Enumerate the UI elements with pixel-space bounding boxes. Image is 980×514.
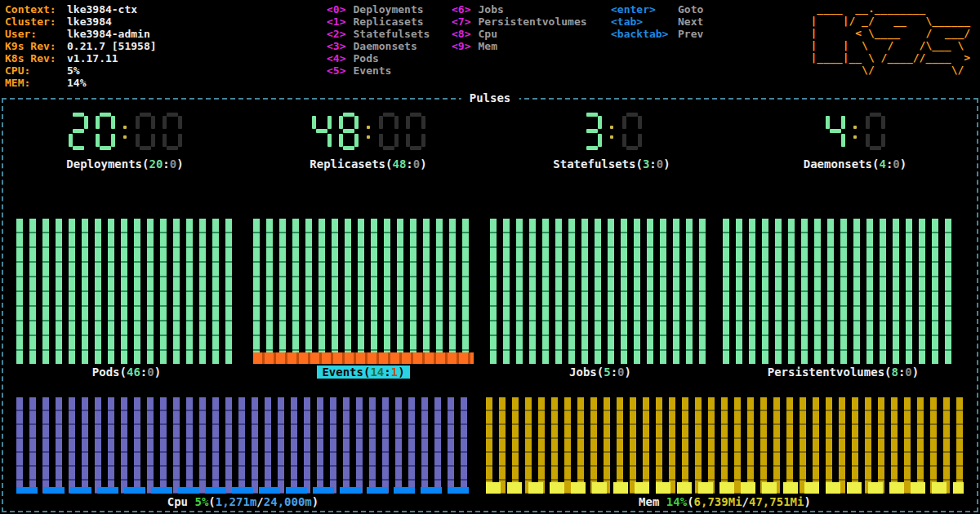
label-part: / xyxy=(256,495,263,508)
hotkey-statefulsets[interactable]: <2>Statefulsets xyxy=(327,28,430,40)
pulse-bar xyxy=(56,219,62,364)
hotkey-deployments[interactable]: <0>Deployments xyxy=(327,3,430,16)
pulse-bar xyxy=(499,397,506,494)
pulse-bar xyxy=(669,397,675,494)
chart-label-persistentvolumes: Persistentvolumes(8:0) xyxy=(723,366,964,379)
chart-mem[interactable]: Mem 14%(6,739Mi/47,751Mi) xyxy=(486,397,964,494)
pulse-bar xyxy=(332,219,338,352)
chart-bars xyxy=(490,219,706,364)
chart-label-mem: Mem 14%(6,739Mi/47,751Mi) xyxy=(486,495,964,508)
pulse-bar xyxy=(173,219,180,364)
pulse-bar xyxy=(199,397,206,494)
info-value: v1.17.11 xyxy=(67,52,118,64)
chart-events[interactable]: Events(14:1) xyxy=(253,219,474,364)
pulse-bar xyxy=(708,397,715,494)
pulse-bar xyxy=(449,219,456,352)
pulse-bar xyxy=(462,219,469,352)
chart-persistentvolumes[interactable]: Persistentvolumes(8:0) xyxy=(723,219,964,364)
hotkey-daemonsets[interactable]: <3>Daemonsets xyxy=(327,40,430,52)
hotkey-replicasets[interactable]: <1>Replicasets xyxy=(327,16,430,28)
pulse-bar xyxy=(695,397,702,494)
cpu-usage-strip xyxy=(16,487,470,494)
hotkey-key: <7> xyxy=(452,16,470,28)
nav-key: <enter> xyxy=(611,3,678,16)
chart-bars xyxy=(486,397,963,494)
pulse-bar xyxy=(461,397,467,494)
label-part: 14% xyxy=(666,495,687,508)
nav-goto[interactable]: <enter>Goto xyxy=(611,3,703,16)
mem-usage-strip xyxy=(486,482,964,494)
hotkey-events[interactable]: <5>Events xyxy=(327,64,430,77)
pulse-bar xyxy=(656,397,662,494)
pulse-bar xyxy=(186,397,193,494)
chart-jobs[interactable]: Jobs(5:0) xyxy=(490,219,710,364)
pulse-bar xyxy=(686,219,693,364)
pulse-bar xyxy=(852,397,858,494)
pulse-bar xyxy=(225,397,232,494)
info-row-user: User:lke3984-admin xyxy=(5,28,157,40)
selected-chart-badge[interactable]: Events(14:1) xyxy=(317,366,409,379)
hotkey-key: <9> xyxy=(452,40,470,52)
pulse-bar xyxy=(292,219,299,352)
pulse-bar xyxy=(29,397,36,494)
pulse-bar xyxy=(238,397,245,494)
nav-prev[interactable]: <backtab>Prev xyxy=(611,28,703,40)
pulse-bar xyxy=(775,219,782,364)
pulse-bar xyxy=(551,397,558,494)
chart-label-cpu: Cpu 5%(1,271m/24,000m) xyxy=(16,495,470,508)
nav-key: <tab> xyxy=(611,16,678,28)
nav-next[interactable]: <tab>Next xyxy=(611,16,703,28)
pulse-bar xyxy=(173,397,180,494)
chart-pods[interactable]: Pods(46:0) xyxy=(16,219,237,364)
pulse-bar xyxy=(212,397,219,494)
pulse-bar xyxy=(318,219,325,352)
info-key: User: xyxy=(5,28,67,40)
pulse-bar xyxy=(839,397,845,494)
hotkey-persistentvolumes[interactable]: <7>Persistentvolumes xyxy=(452,16,587,28)
label-part: 47,751Mi xyxy=(749,495,804,508)
pulse-bar xyxy=(590,397,597,494)
pulse-bar xyxy=(826,397,832,494)
hotkey-jobs[interactable]: <6>Jobs xyxy=(452,3,587,16)
pulse-bar xyxy=(82,219,88,364)
pulse-bar xyxy=(932,219,938,364)
hotkey-mem[interactable]: <9>Mem xyxy=(452,40,587,52)
pulse-bar xyxy=(212,219,219,364)
pulse-bar xyxy=(410,219,416,352)
hotkey-key: <5> xyxy=(327,64,345,77)
header: Context:lke3984-ctxCluster:lke3984User:l… xyxy=(0,0,980,96)
pulse-bar xyxy=(630,397,636,494)
pulse-bar xyxy=(721,397,728,494)
pulse-bar xyxy=(813,397,819,494)
hotkey-key: <6> xyxy=(452,3,470,16)
pulse-bar xyxy=(555,219,562,364)
pulse-bar xyxy=(762,219,768,364)
label-part: 8 xyxy=(891,366,898,379)
label-part: ) xyxy=(912,366,919,379)
info-key: MEM: xyxy=(5,77,67,89)
chart-cpu[interactable]: Cpu 5%(1,271m/24,000m) xyxy=(16,397,470,494)
pulse-bar xyxy=(643,397,649,494)
pulse-bar xyxy=(356,397,363,494)
label-part: Events( xyxy=(322,366,370,379)
label-part: ( xyxy=(208,495,215,508)
pulse-bar xyxy=(904,397,911,494)
pulse-bar xyxy=(253,219,260,352)
pulse-bar xyxy=(608,219,614,364)
pulse-bar xyxy=(395,397,402,494)
pulse-bar xyxy=(29,219,36,364)
pulse-bar xyxy=(371,219,377,352)
hotkey-menu-secondary: <6>Jobs<7>Persistentvolumes<8>Cpu<9>Mem xyxy=(452,3,587,52)
hotkey-cpu[interactable]: <8>Cpu xyxy=(452,28,587,40)
hotkey-key: <0> xyxy=(327,3,345,16)
pulse-bar xyxy=(930,397,937,494)
info-key: K8s Rev: xyxy=(5,52,67,64)
hotkey-pods[interactable]: <4>Pods xyxy=(327,52,430,64)
label-part: ) xyxy=(804,495,810,508)
pulse-bar xyxy=(866,219,873,364)
pulse-bar xyxy=(801,219,808,364)
pulse-bar xyxy=(252,397,258,494)
pulse-bar xyxy=(945,219,951,364)
pulse-bar xyxy=(42,219,49,364)
pulse-bar xyxy=(397,219,403,352)
